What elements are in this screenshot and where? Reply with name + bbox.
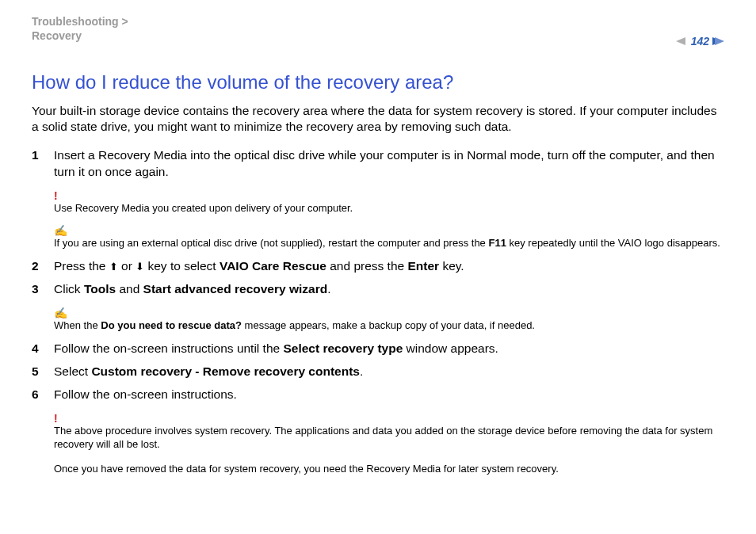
note-text: If you are using an external optical dis… bbox=[54, 237, 720, 249]
step-text: Press the ⬆ or ⬇ key to select VAIO Care… bbox=[54, 258, 724, 275]
next-page-icon[interactable] bbox=[715, 37, 724, 45]
step-number: 3 bbox=[32, 281, 54, 298]
page-number: 142 bbox=[691, 35, 709, 48]
steps-list-cont: 2 Press the ⬆ or ⬇ key to select VAIO Ca… bbox=[32, 258, 724, 298]
breadcrumb-top: Troubleshooting > bbox=[32, 15, 128, 28]
note-tip-2: ✍ When the Do you need to rescue data? m… bbox=[54, 306, 724, 333]
page-number-nav: 142 bbox=[676, 35, 724, 48]
step-number: 1 bbox=[32, 147, 54, 164]
step-number: 4 bbox=[32, 341, 54, 357]
step-number: 6 bbox=[32, 387, 54, 403]
note-text: Once you have removed the data for syste… bbox=[54, 463, 559, 475]
step-text: Select Custom recovery - Remove recovery… bbox=[54, 364, 724, 380]
step-1: 1 Insert a Recovery Media into the optic… bbox=[32, 147, 724, 181]
step-4: 4 Follow the on-screen instructions unti… bbox=[32, 341, 724, 357]
steps-list: 1 Insert a Recovery Media into the optic… bbox=[32, 147, 724, 181]
step-text: Follow the on-screen instructions until … bbox=[54, 341, 724, 357]
note-text: Use Recovery Media you created upon deli… bbox=[54, 202, 353, 214]
step-text: Click Tools and Start advanced recovery … bbox=[54, 281, 724, 298]
page-title: How do I reduce the volume of the recove… bbox=[32, 71, 724, 93]
note-text: When the Do you need to rescue data? mes… bbox=[54, 319, 535, 331]
page-container: Troubleshooting > Recovery 142 How do I … bbox=[0, 0, 756, 500]
up-arrow-icon: ⬆ bbox=[109, 261, 118, 273]
note-final: Once you have removed the data for syste… bbox=[54, 463, 724, 476]
note-warning-2: ! The above procedure involves system re… bbox=[54, 411, 724, 452]
step-2: 2 Press the ⬆ or ⬇ key to select VAIO Ca… bbox=[32, 258, 724, 275]
note-warning-1: ! Use Recovery Media you created upon de… bbox=[54, 189, 724, 216]
pencil-icon: ✍ bbox=[54, 223, 724, 238]
step-5: 5 Select Custom recovery - Remove recove… bbox=[32, 364, 724, 380]
page-header: Troubleshooting > Recovery 142 bbox=[32, 14, 724, 48]
pencil-icon: ✍ bbox=[54, 306, 724, 320]
step-6: 6 Follow the on-screen instructions. bbox=[32, 387, 724, 403]
warning-icon: ! bbox=[54, 189, 724, 203]
warning-icon: ! bbox=[54, 411, 724, 425]
step-number: 5 bbox=[32, 364, 54, 380]
intro-paragraph: Your built-in storage device contains th… bbox=[32, 103, 724, 135]
prev-page-icon[interactable] bbox=[676, 37, 685, 45]
step-text: Insert a Recovery Media into the optical… bbox=[54, 147, 724, 181]
breadcrumb-sub: Recovery bbox=[32, 29, 82, 42]
note-text: The above procedure involves system reco… bbox=[54, 425, 712, 450]
step-text: Follow the on-screen instructions. bbox=[54, 387, 724, 403]
down-arrow-icon: ⬇ bbox=[136, 261, 144, 273]
step-number: 2 bbox=[32, 258, 54, 275]
note-tip-1: ✍ If you are using an external optical d… bbox=[54, 223, 724, 250]
steps-list-cont2: 4 Follow the on-screen instructions unti… bbox=[32, 341, 724, 403]
step-3: 3 Click Tools and Start advanced recover… bbox=[32, 281, 724, 298]
breadcrumb: Troubleshooting > Recovery bbox=[32, 14, 128, 43]
